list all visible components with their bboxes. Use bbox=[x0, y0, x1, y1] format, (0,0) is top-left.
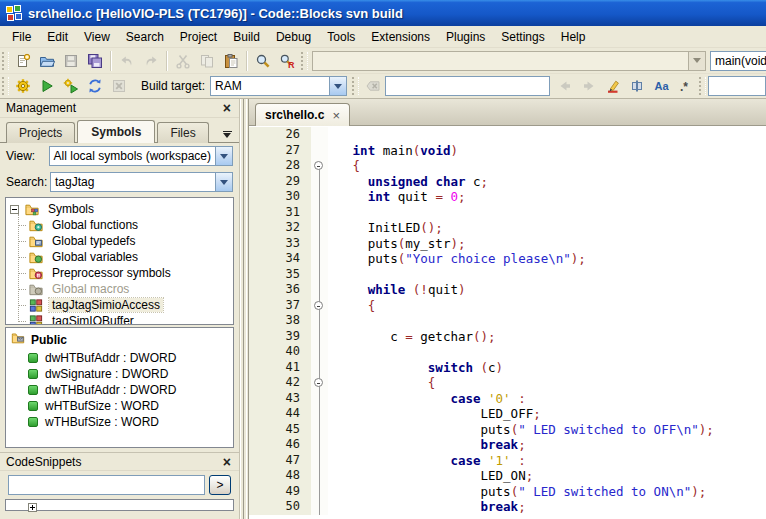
menu-plugins[interactable]: Plugins bbox=[438, 27, 493, 47]
close-icon[interactable]: × bbox=[221, 456, 233, 468]
find-button[interactable] bbox=[251, 50, 275, 72]
redo-icon bbox=[143, 53, 159, 69]
code-line-35[interactable]: 35 bbox=[249, 267, 766, 283]
code-line-30[interactable]: 30 int quit = 0; bbox=[249, 189, 766, 205]
toolbar-gripper[interactable] bbox=[2, 52, 9, 70]
tree-item-global-macros[interactable]: Global macros bbox=[6, 281, 233, 297]
symbol-search-dropdown[interactable] bbox=[215, 173, 232, 191]
menu-settings[interactable]: Settings bbox=[493, 27, 552, 47]
tree-item-tagjtagsimioaccess[interactable]: tagJtagSimioAccess bbox=[6, 297, 233, 313]
menu-edit[interactable]: Edit bbox=[39, 27, 76, 47]
code-line-48[interactable]: 48 LED_ON; bbox=[249, 468, 766, 484]
view-combobox[interactable]: All local symbols (workspace) bbox=[49, 146, 233, 166]
code-line-50[interactable]: 50 break; bbox=[249, 499, 766, 515]
collapse-icon[interactable] bbox=[10, 205, 19, 214]
toolbar-gripper[interactable] bbox=[301, 52, 308, 70]
incremental-search-input[interactable] bbox=[385, 76, 550, 96]
code-line-29[interactable]: 29 unsigned char c; bbox=[249, 174, 766, 190]
toolbar-extra-input[interactable] bbox=[708, 76, 766, 96]
code-line-39[interactable]: 39 c = getchar(); bbox=[249, 329, 766, 345]
build-and-run-button[interactable] bbox=[59, 75, 83, 97]
tab-projects[interactable]: Projects bbox=[6, 122, 75, 143]
build-target-dropdown[interactable] bbox=[329, 77, 346, 95]
regex-button[interactable]: .* bbox=[673, 75, 697, 97]
match-case-button[interactable]: Aa bbox=[649, 75, 673, 97]
menu-project[interactable]: Project bbox=[172, 27, 225, 47]
tree-item-global-typedefs[interactable]: Global typedefs bbox=[6, 233, 233, 249]
view-combobox-dropdown[interactable] bbox=[215, 147, 232, 165]
fold-collapse-icon[interactable] bbox=[314, 161, 323, 170]
symbol-search-combobox[interactable]: tagJtag bbox=[50, 172, 233, 192]
build-button[interactable] bbox=[11, 75, 35, 97]
editor-tab-hello-c[interactable]: src\hello.c × bbox=[255, 103, 350, 126]
menu-tools[interactable]: Tools bbox=[319, 27, 363, 47]
tree-item-symbols[interactable]: Symbols bbox=[6, 201, 233, 217]
menu-extensions[interactable]: Extensions bbox=[363, 27, 438, 47]
menu-file[interactable]: File bbox=[4, 27, 39, 47]
code-line-46[interactable]: 46 break; bbox=[249, 437, 766, 453]
code-editor[interactable]: 2627 int main(void)28 {29 unsigned char … bbox=[249, 126, 766, 519]
code-line-26[interactable]: 26 bbox=[249, 127, 766, 143]
menu-search[interactable]: Search bbox=[118, 27, 172, 47]
new-file-button[interactable] bbox=[11, 50, 35, 72]
code-line-33[interactable]: 33 puts(my_str); bbox=[249, 236, 766, 252]
code-line-47[interactable]: 47 case '1' : bbox=[249, 453, 766, 469]
member-item[interactable]: dwSignature : DWORD bbox=[6, 366, 233, 382]
dock-splitter[interactable] bbox=[240, 99, 249, 519]
code-line-44[interactable]: 44 LED_OFF; bbox=[249, 406, 766, 422]
rebuild-button[interactable] bbox=[83, 75, 107, 97]
function-combobox[interactable]: main(void bbox=[710, 51, 766, 71]
save-all-button[interactable] bbox=[83, 50, 107, 72]
code-line-43[interactable]: 43 case '0' : bbox=[249, 391, 766, 407]
paste-button[interactable] bbox=[219, 50, 243, 72]
code-line-36[interactable]: 36 while (!quit) bbox=[249, 282, 766, 298]
code-line-27[interactable]: 27 int main(void) bbox=[249, 143, 766, 159]
code-line-40[interactable]: 40 bbox=[249, 344, 766, 360]
tree-item-preprocessor-symbols[interactable]: Preprocessor symbols bbox=[6, 265, 233, 281]
code-line-31[interactable]: 31 bbox=[249, 205, 766, 221]
fold-collapse-icon[interactable] bbox=[314, 301, 323, 310]
scope-combobox[interactable] bbox=[312, 51, 706, 71]
codesnippets-go-button[interactable]: > bbox=[209, 475, 231, 495]
selected-text-only-button[interactable] bbox=[625, 75, 649, 97]
toolbar-gripper[interactable] bbox=[699, 77, 706, 95]
menu-help[interactable]: Help bbox=[553, 27, 594, 47]
run-button[interactable] bbox=[35, 75, 59, 97]
code-line-41[interactable]: 41 switch (c) bbox=[249, 360, 766, 376]
member-item[interactable]: dwHTBufAddr : DWORD bbox=[6, 350, 233, 366]
menu-debug[interactable]: Debug bbox=[268, 27, 319, 47]
scope-combobox-dropdown[interactable] bbox=[688, 52, 705, 70]
member-item[interactable]: dwTHBufAddr : DWORD bbox=[6, 382, 233, 398]
open-file-button[interactable] bbox=[35, 50, 59, 72]
code-line-28[interactable]: 28 { bbox=[249, 158, 766, 174]
toolbar-gripper[interactable] bbox=[2, 77, 9, 95]
build-icon bbox=[15, 78, 31, 94]
member-item[interactable]: wTHBufSize : WORD bbox=[6, 414, 233, 430]
toolbar-gripper[interactable] bbox=[352, 77, 359, 95]
code-line-32[interactable]: 32 InitLED(); bbox=[249, 220, 766, 236]
code-line-34[interactable]: 34 puts("Your choice please\n"); bbox=[249, 251, 766, 267]
tree-item-tagsimiobuffer[interactable]: tagSimIOBuffer bbox=[6, 313, 233, 325]
codesnippets-search-input[interactable] bbox=[8, 475, 205, 495]
close-icon[interactable]: × bbox=[332, 108, 340, 123]
replace-button[interactable]: R bbox=[275, 50, 299, 72]
highlight-occurrences-button[interactable] bbox=[601, 75, 625, 97]
fold-collapse-icon[interactable] bbox=[314, 378, 323, 387]
code-line-37[interactable]: 37 { bbox=[249, 298, 766, 314]
tab-list-dropdown-icon[interactable] bbox=[219, 126, 235, 142]
menu-view[interactable]: View bbox=[76, 27, 118, 47]
expand-icon[interactable] bbox=[28, 503, 37, 512]
code-text bbox=[328, 313, 330, 329]
tab-symbols[interactable]: Symbols bbox=[77, 120, 155, 143]
tree-item-global-functions[interactable]: Global functions bbox=[6, 217, 233, 233]
code-line-42[interactable]: 42 { bbox=[249, 375, 766, 391]
close-icon[interactable]: × bbox=[221, 102, 233, 114]
tree-item-global-variables[interactable]: Global variables bbox=[6, 249, 233, 265]
code-line-38[interactable]: 38 bbox=[249, 313, 766, 329]
code-line-45[interactable]: 45 puts(" LED switched to OFF\n"); bbox=[249, 422, 766, 438]
menu-build[interactable]: Build bbox=[225, 27, 268, 47]
build-target-combobox[interactable]: RAM bbox=[210, 76, 347, 96]
code-line-49[interactable]: 49 puts(" LED switched to ON\n"); bbox=[249, 484, 766, 500]
member-item[interactable]: wHTBufSize : WORD bbox=[6, 398, 233, 414]
tab-files[interactable]: Files bbox=[157, 122, 208, 143]
